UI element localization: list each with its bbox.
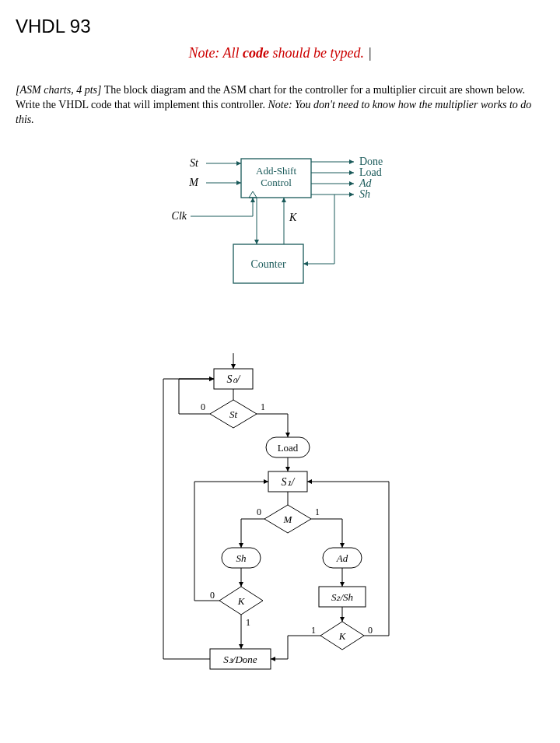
k-right-one: 1 [311,625,316,636]
input-st: St [190,157,199,169]
m-zero: 0 [257,506,261,517]
decision-k-left: K [237,595,246,607]
note-line: Note: All code should be typed.| [16,45,544,61]
st-one: 1 [261,401,265,412]
state-s0: S₀/ [227,373,241,385]
output-sh: Sh [359,188,370,200]
note-code-word: code [243,45,269,61]
output-ad: Ad [359,177,373,189]
output-ad-oval: Ad [336,552,348,564]
add-shift-label-2: Control [261,177,292,188]
block-diagram: Add-Shift Control St M Clk Done Load Ad … [132,151,428,322]
m-one: 1 [315,506,320,517]
state-s2: S₂/Sh [331,591,353,603]
text-cursor: | [369,45,372,61]
note-prefix: Note: All [188,45,243,61]
k-left-one: 1 [246,617,250,628]
decision-m: M [283,513,293,525]
state-s3: S₃/Done [223,654,257,665]
decision-st: St [229,408,238,420]
output-load-oval: Load [278,442,299,454]
problem-lead: [ASM charts, 4 pts] [16,84,101,96]
note-suffix: should be typed. [269,45,364,61]
add-shift-label-1: Add-Shift [256,165,296,177]
asm-chart: S₀/ St 0 1 Load S₁/ M 0 1 Sh Ad K 0 1 S₂… [132,353,428,711]
output-load: Load [359,166,382,178]
counter-label: Counter [250,258,285,270]
output-sh-oval: Sh [236,552,247,564]
state-s1: S₁/ [282,476,296,488]
decision-k-right: K [338,630,347,642]
k-left-zero: 0 [210,590,215,601]
st-zero: 0 [201,401,205,412]
k-right-zero: 0 [368,625,373,636]
page-title: VHDL 93 [16,16,544,37]
signal-k: K [289,212,297,223]
problem-text: [ASM charts, 4 pts] The block diagram an… [16,83,544,128]
input-clk: Clk [172,210,187,222]
output-done: Done [359,156,383,167]
input-m: M [188,177,199,188]
